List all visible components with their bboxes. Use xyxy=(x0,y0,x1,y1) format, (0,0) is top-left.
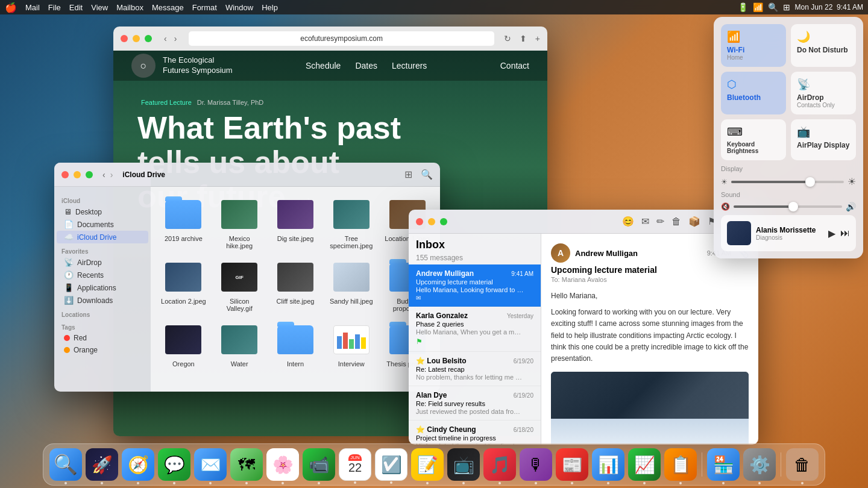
dock-facetime[interactable]: 📹 xyxy=(303,448,335,481)
volume-slider[interactable] xyxy=(734,205,842,208)
finder-item-cliffsite[interactable]: Cliff site.jpeg xyxy=(270,257,321,314)
control-center-icon[interactable]: ⊞ xyxy=(783,2,790,12)
finder-item-mexicohike[interactable]: Mexico hike.jpeg xyxy=(214,194,265,252)
browser-new-tab-icon[interactable]: + xyxy=(535,34,540,43)
mail-item-cindy[interactable]: ⭐ Cindy Cheung 6/18/20 Project timeline … xyxy=(409,421,541,445)
menubar-file[interactable]: File xyxy=(48,3,61,12)
mail-minimize-button[interactable] xyxy=(428,218,435,225)
finder-item-location2[interactable]: Location 2.jpeg xyxy=(158,257,209,314)
cc-tile-airdrop[interactable]: 📡 AirDrop Contacts Only xyxy=(791,72,856,114)
finder-minimize-button[interactable] xyxy=(74,171,81,178)
dock-finder[interactable]: 🔍 xyxy=(49,448,82,481)
finder-item-sandyhill[interactable]: Sandy hill.jpeg xyxy=(326,257,377,314)
dock-sysprefs[interactable]: ⚙️ xyxy=(743,448,776,481)
finder-maximize-button[interactable] xyxy=(86,171,93,178)
dock-appstore[interactable]: 🏪 xyxy=(707,448,740,481)
window-maximize-button[interactable] xyxy=(145,35,152,42)
sidebar-item-airdrop[interactable]: 📡 AirDrop xyxy=(57,256,148,269)
sidebar-tag-orange[interactable]: Orange xyxy=(57,344,148,356)
apple-menu[interactable]: 🍎 xyxy=(5,2,17,13)
menubar-mailbox[interactable]: Mailbox xyxy=(116,3,143,12)
sidebar-item-desktop[interactable]: 🖥 Desktop xyxy=(57,205,148,218)
browser-back-button[interactable]: ‹ xyxy=(162,33,169,45)
wifi-icon[interactable]: 📶 xyxy=(753,2,763,12)
finder-item-treespecimen[interactable]: Tree specimen.jpeg xyxy=(326,194,377,252)
finder-search-icon[interactable]: 🔍 xyxy=(421,169,433,180)
finder-item-interview[interactable]: Interview xyxy=(326,319,377,368)
sidebar-tag-red[interactable]: Red xyxy=(57,332,148,344)
dock-pages[interactable]: 📋 xyxy=(664,448,697,481)
cc-tile-airplay[interactable]: 📺 AirPlay Display xyxy=(791,119,856,160)
dock-mail[interactable]: ✉️ xyxy=(194,448,227,481)
mail-maximize-button[interactable] xyxy=(440,218,447,225)
mail-item-karla[interactable]: Karla Gonzalez Yesterday Phase 2 queries… xyxy=(409,307,541,352)
finder-item-water[interactable]: Water xyxy=(214,319,265,368)
sidebar-item-icloud-drive[interactable]: ☁️ iCloud Drive xyxy=(57,231,148,243)
browser-address-bar[interactable]: ecofuturesymposium.com xyxy=(189,31,494,46)
window-close-button[interactable] xyxy=(121,35,128,42)
cc-music-player: Alanis Morissette Diagnosis ▶ ⏭ xyxy=(721,215,856,251)
mail-emoji-icon[interactable]: 😊 xyxy=(622,216,634,227)
dock-safari[interactable]: 🧭 xyxy=(122,448,154,481)
finder-item-2019archive[interactable]: 2019 archive xyxy=(158,194,209,252)
dock-appletv[interactable]: 📺 xyxy=(447,448,480,481)
finder-close-button[interactable] xyxy=(61,171,69,178)
browser-share-icon[interactable]: ⬆ xyxy=(520,34,527,43)
browser-forward-button[interactable]: › xyxy=(172,33,180,45)
finder-item-siliconvalley[interactable]: GIF Silicon Valley.gif xyxy=(214,257,265,314)
dock-numbers[interactable]: 📈 xyxy=(628,448,661,481)
nav-schedule[interactable]: Schedule xyxy=(306,61,341,70)
nav-lecturers[interactable]: Lecturers xyxy=(392,61,427,70)
finder-item-intern[interactable]: Intern xyxy=(270,319,321,368)
dock-launchpad[interactable]: 🚀 xyxy=(86,448,118,481)
nav-contact[interactable]: Contact xyxy=(500,61,529,70)
mail-delete-icon[interactable]: 🗑 xyxy=(671,216,681,227)
cc-tile-keyboard-brightness[interactable]: ⌨ Keyboard Brightness xyxy=(721,119,786,160)
menubar-window[interactable]: Window xyxy=(225,3,253,12)
nav-dates[interactable]: Dates xyxy=(355,61,377,70)
finder-back-btn[interactable]: ‹ xyxy=(102,170,105,180)
dock-notes[interactable]: 📝 xyxy=(411,448,444,481)
dock-calendar[interactable]: JUN 22 xyxy=(339,448,371,481)
menubar-app-name[interactable]: Mail xyxy=(25,3,40,12)
window-minimize-button[interactable] xyxy=(133,35,140,42)
finder-item-digsite[interactable]: Dig site.jpeg xyxy=(270,194,321,252)
sidebar-item-downloads[interactable]: ⬇️ Downloads xyxy=(57,294,148,307)
dock-messages[interactable]: 💬 xyxy=(158,448,190,481)
browser-reload-icon[interactable]: ↻ xyxy=(504,34,511,43)
mail-reply-icon[interactable]: ✏ xyxy=(656,216,664,227)
search-icon[interactable]: 🔍 xyxy=(768,2,778,12)
mail-item-andrew[interactable]: Andrew Mulligan 9:41 AM Upcoming lecture… xyxy=(409,264,541,307)
mail-item-lou[interactable]: ⭐ Lou Belsito 6/19/20 Re: Latest recap N… xyxy=(409,352,541,386)
sidebar-item-applications[interactable]: 📱 Applications xyxy=(57,281,148,294)
dock-reminders[interactable]: ☑️ xyxy=(375,448,407,481)
mail-compose-icon[interactable]: ✉ xyxy=(641,216,649,227)
mail-item-alan[interactable]: Alan Dye 6/19/20 Re: Field survey result… xyxy=(409,386,541,421)
finder-forward-btn[interactable]: › xyxy=(110,170,113,180)
sidebar-item-recents[interactable]: 🕐 Recents xyxy=(57,269,148,281)
menubar-format[interactable]: Format xyxy=(192,3,217,12)
sidebar-item-documents[interactable]: 📄 Documents xyxy=(57,218,148,231)
music-play-button[interactable]: ▶ xyxy=(828,228,835,239)
dock-news[interactable]: 📰 xyxy=(556,448,588,481)
brightness-slider[interactable] xyxy=(731,181,844,183)
cc-tile-wifi[interactable]: 📶 Wi-Fi Home xyxy=(721,24,786,67)
cc-tile-dnd[interactable]: 🌙 Do Not Disturb xyxy=(791,24,856,67)
menubar-help[interactable]: Help xyxy=(262,3,278,12)
dock-podcasts[interactable]: 🎙 xyxy=(520,448,552,481)
menubar-view[interactable]: View xyxy=(91,3,108,12)
finder-item-oregon[interactable]: Oregon xyxy=(158,319,209,368)
dock-music[interactable]: 🎵 xyxy=(483,448,516,481)
dock-keynote[interactable]: 📊 xyxy=(592,448,624,481)
dock-trash[interactable]: 🗑 xyxy=(786,448,819,481)
menubar-message[interactable]: Message xyxy=(152,3,184,12)
music-forward-button[interactable]: ⏭ xyxy=(840,228,850,239)
cc-tile-bluetooth[interactable]: ⬡ Bluetooth xyxy=(721,72,786,114)
volume-speaker-icon[interactable]: 🔊 xyxy=(846,202,856,211)
dock-photos[interactable]: 🌸 xyxy=(266,448,299,481)
dock-maps[interactable]: 🗺 xyxy=(230,448,263,481)
mail-close-button[interactable] xyxy=(416,218,423,225)
mail-archive-icon[interactable]: 📦 xyxy=(688,216,700,227)
finder-expand-icon[interactable]: ⊞ xyxy=(404,169,412,180)
menubar-edit[interactable]: Edit xyxy=(69,3,83,12)
